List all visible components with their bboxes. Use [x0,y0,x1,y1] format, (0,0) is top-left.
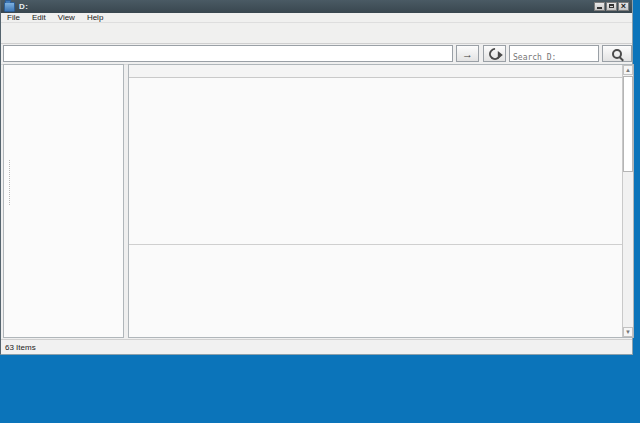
desktop-area [0,356,640,423]
status-bar: 63 Items [1,339,632,354]
toolbar [1,23,632,44]
desktop-background: { "window": { "title": "D:", "controls":… [0,0,640,423]
scrollbar-thumb[interactable] [623,76,633,172]
search-button[interactable] [602,45,632,62]
menu-item-file[interactable]: File [1,13,26,22]
search-icon [612,49,622,59]
item-count: 63 Items [1,343,36,352]
vertical-scrollbar[interactable]: ▲ ▼ [622,65,633,337]
maximize-button[interactable] [606,2,617,11]
search-box [509,45,599,62]
breadcrumb[interactable] [3,45,453,62]
search-input[interactable] [510,50,598,65]
menu-item-view[interactable]: View [52,13,81,22]
menu-item-help[interactable]: Help [81,13,109,22]
window-controls [594,2,629,11]
window-folder-icon [4,2,15,12]
file-rows [129,78,622,245]
scroll-down-icon[interactable]: ▼ [623,327,633,337]
refresh-icon [486,45,503,62]
title-bar[interactable]: D: [1,0,632,13]
file-list-panel: ▲ ▼ [128,64,634,338]
minimize-button[interactable] [594,2,605,11]
go-button[interactable]: → [456,45,479,62]
folder-tree [3,64,124,338]
list-header [129,65,622,78]
tree-guide-line [9,160,10,205]
scroll-up-icon[interactable]: ▲ [623,65,633,75]
file-manager-window: D: FileEditViewHelp → [0,0,633,355]
close-button[interactable] [618,2,629,11]
menu-item-edit[interactable]: Edit [26,13,52,22]
address-bar: → [1,44,632,65]
window-title: D: [19,2,28,11]
menu-bar: FileEditViewHelp [1,13,632,23]
refresh-button[interactable] [483,45,506,62]
